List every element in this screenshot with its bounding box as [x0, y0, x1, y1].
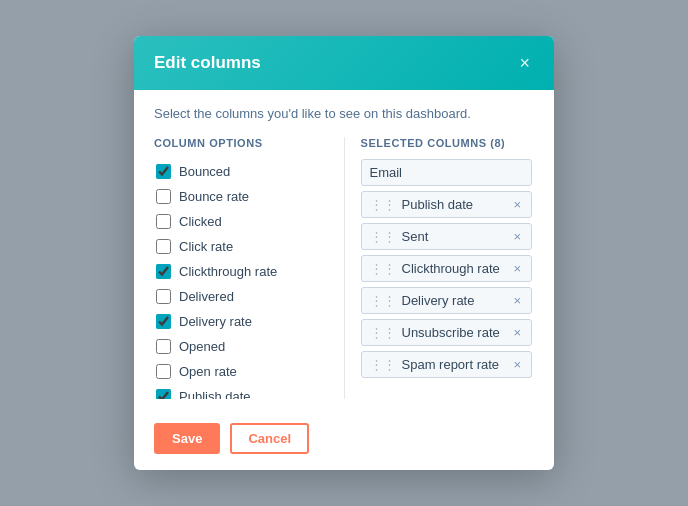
selected-column-item: ⋮⋮Sent×	[361, 223, 533, 250]
option-label: Bounced	[179, 164, 230, 179]
drag-handle-icon[interactable]: ⋮⋮	[370, 261, 396, 276]
selected-column-item: ⋮⋮Spam report rate×	[361, 351, 533, 378]
option-item[interactable]: Delivered	[154, 284, 324, 309]
remove-column-button[interactable]: ×	[511, 326, 523, 339]
drag-handle-icon[interactable]: ⋮⋮	[370, 197, 396, 212]
modal-header: Edit columns ×	[134, 36, 554, 90]
modal-title: Edit columns	[154, 53, 261, 73]
remove-column-button[interactable]: ×	[511, 262, 523, 275]
selected-item-label: Sent	[402, 229, 506, 244]
drag-handle-icon[interactable]: ⋮⋮	[370, 293, 396, 308]
checkbox-opened[interactable]	[156, 339, 171, 354]
option-label: Opened	[179, 339, 225, 354]
drag-handle-icon[interactable]: ⋮⋮	[370, 229, 396, 244]
column-options-label: COLUMN OPTIONS	[154, 137, 328, 149]
modal-body: Select the columns you'd like to see on …	[134, 90, 554, 399]
option-item[interactable]: Click rate	[154, 234, 324, 259]
selected-column-item: ⋮⋮Publish date×	[361, 191, 533, 218]
option-label: Open rate	[179, 364, 237, 379]
save-button[interactable]: Save	[154, 423, 220, 454]
option-label: Clickthrough rate	[179, 264, 277, 279]
option-item[interactable]: Bounce rate	[154, 184, 324, 209]
checkbox-delivery_rate[interactable]	[156, 314, 171, 329]
selected-item-label: Delivery rate	[402, 293, 506, 308]
option-item[interactable]: Publish date	[154, 384, 324, 399]
remove-column-button[interactable]: ×	[511, 230, 523, 243]
checkbox-delivered[interactable]	[156, 289, 171, 304]
selected-email-item: Email	[361, 159, 533, 186]
selected-column-item: ⋮⋮Unsubscribe rate×	[361, 319, 533, 346]
checkbox-clickthrough_rate[interactable]	[156, 264, 171, 279]
columns-container: COLUMN OPTIONS BouncedBounce rateClicked…	[154, 137, 534, 399]
option-label: Delivery rate	[179, 314, 252, 329]
option-label: Delivered	[179, 289, 234, 304]
option-item[interactable]: Clicked	[154, 209, 324, 234]
option-item[interactable]: Opened	[154, 334, 324, 359]
selected-list: Email⋮⋮Publish date×⋮⋮Sent×⋮⋮Clickthroug…	[361, 159, 535, 383]
checkbox-click_rate[interactable]	[156, 239, 171, 254]
selected-column-item: ⋮⋮Delivery rate×	[361, 287, 533, 314]
checkbox-publish_date[interactable]	[156, 389, 171, 399]
cancel-button[interactable]: Cancel	[230, 423, 309, 454]
checkbox-bounce_rate[interactable]	[156, 189, 171, 204]
modal-overlay: Edit columns × Select the columns you'd …	[0, 0, 688, 506]
drag-handle-icon[interactable]: ⋮⋮	[370, 357, 396, 372]
vertical-divider	[344, 137, 345, 399]
selected-item-label: Unsubscribe rate	[402, 325, 506, 340]
option-label: Bounce rate	[179, 189, 249, 204]
option-label: Publish date	[179, 389, 251, 399]
option-label: Clicked	[179, 214, 222, 229]
option-label: Click rate	[179, 239, 233, 254]
selected-columns-panel: SELECTED COLUMNS (8) Email⋮⋮Publish date…	[361, 137, 535, 399]
option-item[interactable]: Clickthrough rate	[154, 259, 324, 284]
email-item-label: Email	[370, 165, 524, 180]
column-options-panel: COLUMN OPTIONS BouncedBounce rateClicked…	[154, 137, 328, 399]
remove-column-button[interactable]: ×	[511, 294, 523, 307]
selected-column-item: ⋮⋮Clickthrough rate×	[361, 255, 533, 282]
edit-columns-modal: Edit columns × Select the columns you'd …	[134, 36, 554, 470]
modal-description: Select the columns you'd like to see on …	[154, 106, 534, 121]
remove-column-button[interactable]: ×	[511, 358, 523, 371]
option-item[interactable]: Delivery rate	[154, 309, 324, 334]
drag-handle-icon[interactable]: ⋮⋮	[370, 325, 396, 340]
options-list: BouncedBounce rateClickedClick rateClick…	[154, 159, 328, 399]
selected-item-label: Clickthrough rate	[402, 261, 506, 276]
option-item[interactable]: Bounced	[154, 159, 324, 184]
modal-footer: Save Cancel	[134, 407, 554, 470]
modal-close-button[interactable]: ×	[515, 52, 534, 74]
checkbox-bounced[interactable]	[156, 164, 171, 179]
option-item[interactable]: Open rate	[154, 359, 324, 384]
selected-item-label: Publish date	[402, 197, 506, 212]
remove-column-button[interactable]: ×	[511, 198, 523, 211]
checkbox-open_rate[interactable]	[156, 364, 171, 379]
selected-columns-label: SELECTED COLUMNS (8)	[361, 137, 535, 149]
checkbox-clicked[interactable]	[156, 214, 171, 229]
selected-item-label: Spam report rate	[402, 357, 506, 372]
